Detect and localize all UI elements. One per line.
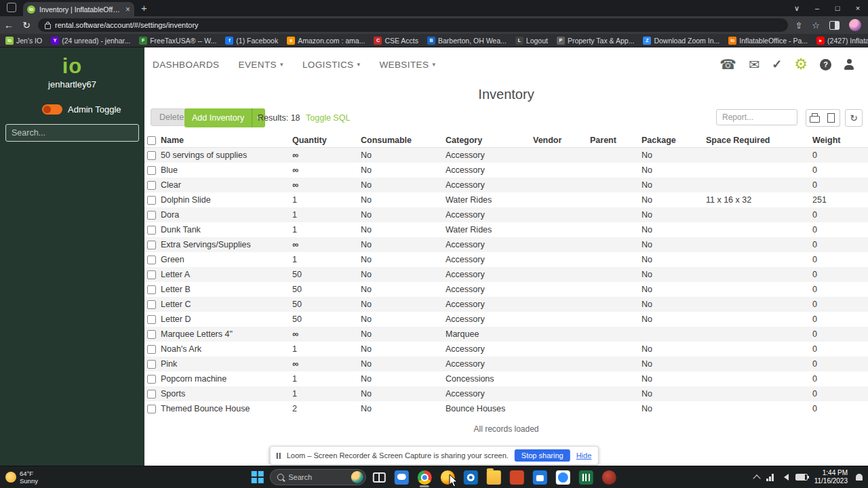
table-row[interactable]: Dolphin Slide1NoWater RidesNo11 x 16 x 3…: [144, 192, 868, 207]
bookmark-star-icon[interactable]: ☆: [812, 20, 820, 30]
table-row[interactable]: Clear∞NoAccessoryNo0: [144, 178, 868, 192]
outlook-icon-button[interactable]: [461, 468, 479, 487]
brave-icon-button[interactable]: [599, 468, 618, 487]
table-row[interactable]: Noah's Ark1NoAccessoryNo0: [144, 342, 868, 357]
network-icon[interactable]: [766, 474, 774, 481]
row-checkbox[interactable]: [147, 166, 156, 175]
row-checkbox[interactable]: [147, 315, 156, 324]
bookmark-item[interactable]: CCSE Accts: [374, 37, 418, 45]
row-checkbox[interactable]: [147, 360, 156, 369]
bookmark-item[interactable]: LLogout: [515, 37, 548, 45]
start-button[interactable]: [250, 470, 265, 485]
table-row[interactable]: Blue∞NoAccessoryNo0: [144, 163, 868, 178]
row-checkbox[interactable]: [147, 226, 156, 235]
row-checkbox[interactable]: [147, 181, 156, 190]
chevron-down-icon[interactable]: ∨: [787, 0, 807, 16]
table-row[interactable]: Extra Servings/Supplies∞NoAccessoryNo0: [144, 237, 868, 252]
minimize-button[interactable]: –: [807, 0, 827, 16]
row-checkbox[interactable]: [147, 270, 156, 279]
tab-close-icon[interactable]: ×: [125, 5, 130, 14]
address-bar[interactable]: rental.software/account/#/settings/inven…: [38, 18, 788, 32]
column-header-weight[interactable]: Weight: [810, 134, 868, 148]
bookmark-item[interactable]: BBarberton, OH Wea...: [427, 37, 507, 45]
row-checkbox[interactable]: [147, 256, 156, 264]
row-checkbox[interactable]: [147, 241, 156, 249]
bookmark-item[interactable]: ZDownload Zoom In...: [643, 37, 719, 45]
notification-bell-icon[interactable]: [856, 474, 863, 481]
side-panel-icon[interactable]: [829, 21, 840, 30]
excel-icon-button[interactable]: [576, 468, 595, 487]
row-checkbox[interactable]: [147, 151, 156, 160]
refresh-icon[interactable]: ↻: [18, 20, 35, 30]
bookmark-item[interactable]: ▸(2427) InflatableOffi...: [816, 37, 868, 45]
row-checkbox[interactable]: [147, 211, 156, 220]
bookmark-item[interactable]: aAmazon.com : ama...: [287, 37, 365, 45]
nav-item-websites[interactable]: WEBSITES▾: [379, 60, 435, 70]
column-header-parent[interactable]: Parent: [587, 134, 639, 148]
add-inventory-button[interactable]: Add Inventory: [184, 108, 252, 127]
column-header-vendor[interactable]: Vendor: [530, 134, 587, 148]
export-button[interactable]: [823, 109, 840, 127]
volume-icon[interactable]: [781, 474, 789, 481]
report-input[interactable]: [716, 109, 797, 125]
table-row[interactable]: Popcorn machine1NoConcessionsNo0: [144, 371, 868, 386]
back-icon[interactable]: ←: [0, 20, 18, 30]
table-row[interactable]: Themed Bounce House2NoBounce HousesNo0: [144, 401, 868, 416]
table-row[interactable]: Dunk Tank1NoWater RidesNo0: [144, 222, 868, 237]
taskbar-clock[interactable]: 1:44 PM 11/16/2023: [814, 469, 848, 486]
row-checkbox[interactable]: [147, 330, 156, 339]
table-row[interactable]: Letter B50NoAccessoryNo0: [144, 282, 868, 297]
print-button[interactable]: [806, 109, 823, 127]
phone-icon[interactable]: ☎: [719, 58, 736, 71]
checkmark-icon[interactable]: ✓: [772, 58, 782, 70]
nav-item-logistics[interactable]: LOGISTICS▾: [302, 60, 361, 70]
user-icon[interactable]: [844, 59, 854, 70]
zoom-icon-button[interactable]: [553, 468, 572, 487]
stop-sharing-button[interactable]: Stop sharing: [515, 449, 570, 462]
admin-toggle-switch[interactable]: [42, 104, 62, 115]
share-icon[interactable]: ⇧: [795, 20, 802, 30]
hide-link[interactable]: Hide: [576, 451, 592, 460]
weather-widget[interactable]: 64°F Sunny: [0, 470, 107, 485]
maximize-button[interactable]: □: [827, 0, 848, 16]
bookmark-item[interactable]: PProperty Tax & App...: [557, 37, 634, 45]
table-row[interactable]: Letter A50NoAccessoryNo0: [144, 267, 868, 282]
chat-icon-button[interactable]: [392, 468, 410, 487]
tab-search-icon[interactable]: [7, 3, 16, 12]
column-header-space-required[interactable]: Space Required: [703, 134, 810, 148]
table-row[interactable]: Marquee Letters 4"∞NoMarquee0: [144, 327, 868, 342]
row-checkbox[interactable]: [147, 196, 156, 205]
table-row[interactable]: Sports1NoAccessoryNo0: [144, 386, 868, 401]
bookmark-item[interactable]: Y(24 unread) - jenhar...: [51, 37, 130, 45]
profile-avatar[interactable]: [849, 19, 861, 31]
column-header-consumable[interactable]: Consumable: [358, 134, 443, 148]
row-checkbox[interactable]: [147, 285, 156, 294]
column-header-quantity[interactable]: Quantity: [290, 134, 358, 148]
gear-icon[interactable]: ⚙: [794, 57, 808, 72]
table-row[interactable]: 50 servings of supplies∞NoAccessoryNo0: [144, 148, 868, 163]
store-icon-button[interactable]: [530, 468, 549, 487]
select-all-checkbox[interactable]: [147, 136, 156, 145]
column-header-package[interactable]: Package: [639, 134, 703, 148]
bookmark-item[interactable]: ioInflatableOffice - Pa...: [728, 37, 808, 45]
pause-icon[interactable]: [277, 453, 281, 459]
nav-item-events[interactable]: EVENTS▾: [239, 60, 283, 70]
browser-tab[interactable]: io Inventory | InflatableOffice ×: [23, 2, 134, 16]
row-checkbox[interactable]: [147, 405, 156, 413]
row-checkbox[interactable]: [147, 300, 156, 309]
help-icon[interactable]: ?: [820, 59, 831, 70]
taskbar-search[interactable]: Search: [269, 469, 366, 485]
sidebar-search-input[interactable]: [5, 124, 139, 142]
bookmark-item[interactable]: ioJen's IO: [5, 37, 42, 45]
nav-item-dashboards[interactable]: DASHBOARDS: [153, 60, 220, 70]
column-header-category[interactable]: Category: [443, 134, 530, 148]
battery-icon[interactable]: [795, 474, 808, 481]
toggle-sql-link[interactable]: Toggle SQL: [306, 113, 350, 123]
table-row[interactable]: Letter D50NoAccessoryNo0: [144, 312, 868, 327]
file-explorer-icon-button[interactable]: [484, 468, 502, 487]
close-button[interactable]: ×: [848, 0, 868, 16]
refresh-table-button[interactable]: ↻: [845, 109, 863, 127]
chrome-icon-button[interactable]: [415, 468, 433, 487]
table-row[interactable]: Green1NoAccessoryNo0: [144, 252, 868, 267]
row-checkbox[interactable]: [147, 375, 156, 384]
